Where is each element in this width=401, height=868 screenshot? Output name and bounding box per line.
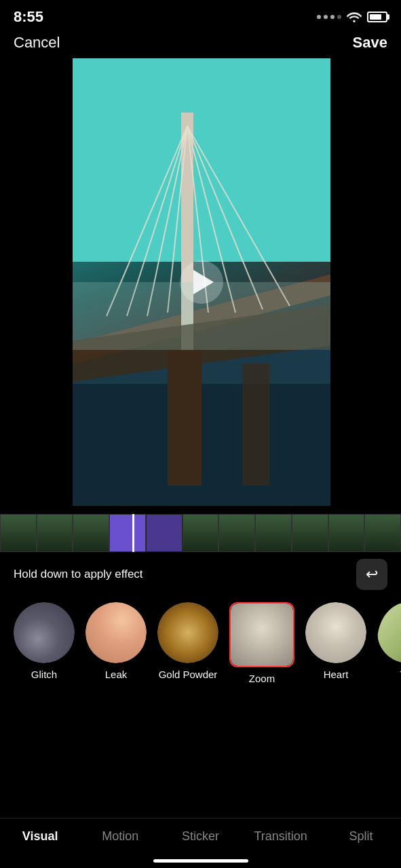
effect-item-zoom[interactable]: Zoom xyxy=(229,602,294,684)
timeline-segment xyxy=(328,514,365,552)
effect-thumb-gold-powder xyxy=(157,602,218,663)
play-button[interactable] xyxy=(180,260,223,304)
effects-carousel: Glitch Leak Gold Powder Zoom Heart 70s xyxy=(0,597,401,692)
timeline[interactable] xyxy=(0,514,401,552)
timeline-segment-highlighted xyxy=(146,514,183,552)
timeline-track xyxy=(0,514,401,552)
play-triangle-icon xyxy=(193,270,214,294)
tab-transition-label: Transition xyxy=(254,829,307,843)
effect-label-glitch: Glitch xyxy=(31,669,57,680)
timeline-segment-highlighted xyxy=(109,514,146,552)
timeline-segment xyxy=(292,514,328,552)
timeline-segment xyxy=(0,514,37,552)
timeline-segment xyxy=(364,514,401,552)
tab-sticker-label: Sticker xyxy=(182,829,219,843)
effect-thumbnail xyxy=(14,602,75,663)
video-player[interactable] xyxy=(73,58,330,506)
clock: 8:55 xyxy=(14,8,43,26)
effect-hint-bar: Hold down to apply effect ↩ xyxy=(0,552,401,597)
tab-sticker[interactable]: Sticker xyxy=(160,825,240,848)
home-indicator xyxy=(153,859,248,863)
effect-label-gold-powder: Gold Powder xyxy=(159,669,218,680)
signal-dots xyxy=(317,15,341,19)
tab-visual[interactable]: Visual xyxy=(0,825,80,848)
status-bar: 8:55 xyxy=(0,0,401,34)
effect-thumbnail xyxy=(377,602,401,663)
timeline-playhead xyxy=(132,514,134,552)
status-icons xyxy=(317,12,387,22)
svg-rect-15 xyxy=(242,363,269,486)
timeline-segment xyxy=(37,514,73,552)
undo-button[interactable]: ↩ xyxy=(356,559,387,590)
tab-transition[interactable]: Transition xyxy=(241,825,321,848)
battery-icon xyxy=(367,12,387,22)
tab-split-label: Split xyxy=(349,829,373,843)
effect-item-gold-powder[interactable]: Gold Powder xyxy=(157,602,218,680)
timeline-segment xyxy=(73,514,109,552)
effect-thumb-70s xyxy=(377,602,401,663)
effect-thumb-heart xyxy=(305,602,366,663)
save-button[interactable]: Save xyxy=(353,34,387,52)
effect-thumb-zoom xyxy=(229,602,294,667)
effect-item-70s[interactable]: 70s xyxy=(377,602,401,680)
effect-thumb-glitch xyxy=(14,602,75,663)
undo-icon: ↩ xyxy=(366,566,378,583)
effect-label-heart: Heart xyxy=(324,669,349,680)
tab-visual-label: Visual xyxy=(22,829,58,843)
effect-thumbnail xyxy=(85,602,147,663)
effect-item-heart[interactable]: Heart xyxy=(305,602,366,680)
cancel-button[interactable]: Cancel xyxy=(14,34,60,52)
tab-motion[interactable]: Motion xyxy=(80,825,160,848)
tab-split[interactable]: Split xyxy=(321,825,401,848)
effect-item-glitch[interactable]: Glitch xyxy=(14,602,75,680)
effect-thumbnail xyxy=(305,602,366,663)
top-controls: Cancel Save xyxy=(0,34,401,58)
svg-rect-14 xyxy=(168,350,202,486)
effect-hint-text: Hold down to apply effect xyxy=(14,568,143,581)
timeline-segment xyxy=(255,514,292,552)
timeline-segment xyxy=(218,514,255,552)
effect-thumbnail xyxy=(231,604,293,666)
effect-label-zoom: Zoom xyxy=(249,673,275,684)
tab-motion-label: Motion xyxy=(102,829,138,843)
bottom-tabs: Visual Motion Sticker Transition Split xyxy=(0,818,401,848)
timeline-segment xyxy=(183,514,219,552)
wifi-icon xyxy=(347,12,362,22)
effect-thumbnail xyxy=(157,602,218,663)
effect-thumb-leak xyxy=(85,602,147,663)
effect-item-leak[interactable]: Leak xyxy=(85,602,147,680)
effect-label-leak: Leak xyxy=(105,669,128,680)
